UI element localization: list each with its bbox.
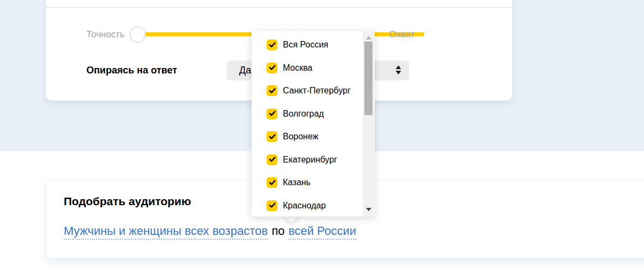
chevron-up-icon (396, 65, 401, 69)
scrollbar-down-arrow-icon[interactable] (366, 208, 371, 211)
geo-option-label: Екатеринбург (283, 155, 337, 165)
geo-dropdown-panel: Вся Россия Москва (252, 31, 375, 217)
slider-handle[interactable] (130, 26, 146, 43)
checkmark-icon (269, 180, 276, 186)
audience-summary-connector: по (272, 224, 284, 238)
checkmark-icon (269, 202, 276, 208)
checkmark-icon (269, 134, 276, 140)
answer-row-label: Опираясь на ответ (86, 64, 177, 76)
checkmark-icon (269, 42, 276, 48)
dropdown-scrollbar[interactable] (363, 31, 374, 216)
audience-segment-link[interactable]: Мужчины и женщины всех возрастов (64, 224, 268, 240)
select-spinner-icon (396, 65, 401, 75)
audience-summary: Мужчины и женщины всех возрастовповсей Р… (64, 223, 356, 239)
geo-option-list: Вся Россия Москва (252, 33, 363, 217)
geo-option-row[interactable]: Воронеж (252, 125, 363, 148)
checkbox-checked-icon[interactable] (267, 63, 277, 73)
checkmark-icon (269, 88, 276, 94)
scrollbar-thumb[interactable] (364, 42, 372, 115)
slider-label-accuracy: Точность (86, 29, 125, 40)
geo-option-row[interactable]: Екатеринбург (252, 148, 363, 172)
geo-option-label: Волгоград (283, 109, 324, 119)
geo-option-row[interactable]: Вся Россия (252, 33, 363, 57)
answer-select-value: Да (239, 65, 251, 76)
geo-option-row[interactable]: Москва (252, 57, 363, 80)
geo-option-label: Москва (283, 63, 313, 73)
geo-option-row[interactable]: Краснодар (252, 194, 363, 217)
geo-option-label: Воронеж (283, 132, 318, 141)
checkmark-icon (269, 111, 276, 117)
geo-option-label: Краснодар (283, 201, 326, 211)
scrollbar-up-arrow-icon[interactable] (366, 36, 371, 39)
checkbox-checked-icon[interactable] (267, 154, 277, 165)
geo-option-label: Санкт-Петербург (283, 86, 350, 96)
geo-option-row[interactable]: Казань (252, 171, 363, 194)
slider-label-reach: Охват (389, 29, 415, 40)
page: Точность Охват Опираясь на ответ Да Подо… (0, 0, 644, 277)
checkbox-checked-icon[interactable] (267, 177, 277, 188)
checkbox-checked-icon[interactable] (267, 39, 277, 50)
checkmark-icon (269, 157, 276, 163)
geo-option-row[interactable]: Санкт-Петербург (252, 79, 363, 103)
section-divider (46, 7, 512, 8)
geo-option-label: Вся Россия (283, 40, 328, 50)
chevron-down-icon (396, 71, 401, 75)
checkbox-checked-icon[interactable] (267, 131, 277, 142)
checkbox-checked-icon[interactable] (267, 200, 277, 211)
checkmark-icon (269, 65, 276, 71)
audience-geo-link[interactable]: всей России (288, 224, 356, 240)
geo-option-row[interactable]: Волгоград (252, 103, 363, 126)
geo-option-label: Казань (283, 178, 310, 187)
audience-card-title: Подобрать аудиторию (64, 194, 191, 208)
checkbox-checked-icon[interactable] (267, 85, 277, 96)
checkbox-checked-icon[interactable] (267, 109, 277, 119)
